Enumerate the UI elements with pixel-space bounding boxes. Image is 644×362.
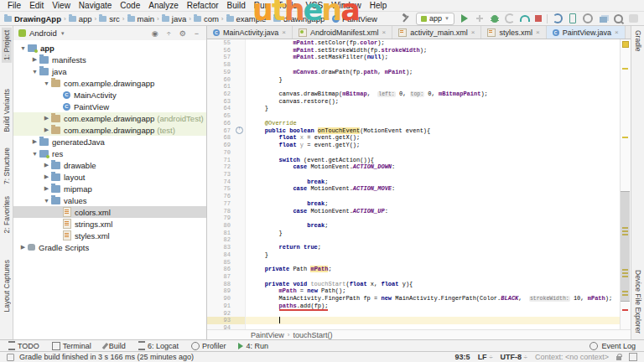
breadcrumb-item[interactable]: DrawingApp bbox=[4, 14, 61, 23]
chevron-right-icon[interactable]: ▶ bbox=[30, 56, 39, 63]
menu-item-navigate[interactable]: Navigate bbox=[75, 1, 116, 10]
run-configuration-selector[interactable]: app ▼ bbox=[416, 13, 454, 25]
editor-tab-mainactivity-java[interactable]: CMainActivity.java× bbox=[207, 26, 293, 39]
indent-widget-icon[interactable] bbox=[629, 353, 637, 361]
tool-strip-button-build-variants[interactable]: Build Variants bbox=[2, 86, 12, 135]
close-icon[interactable]: × bbox=[471, 28, 475, 36]
code-line-59[interactable]: 59 mCanvas.drawPath(fp.path, mPaint); bbox=[207, 69, 620, 76]
code-line-58[interactable]: 58 bbox=[207, 61, 620, 69]
scrollbar-thumb[interactable] bbox=[621, 191, 630, 302]
menu-item-file[interactable]: File bbox=[3, 1, 25, 10]
code-line-67[interactable]: 67↑ public boolean onTouchEvent(MotionEv… bbox=[207, 127, 620, 135]
tree-item-values[interactable]: ▼values bbox=[13, 194, 206, 206]
chevron-down-icon[interactable]: ▼ bbox=[18, 45, 28, 51]
chevron-right-icon[interactable]: ▶ bbox=[42, 185, 51, 192]
status-message[interactable]: Gradle build finished in 3 s 166 ms (25 … bbox=[19, 353, 194, 361]
warning-mark[interactable] bbox=[622, 68, 628, 70]
chevron-right-icon[interactable]: ▶ bbox=[42, 127, 51, 133]
menu-item-refactor[interactable]: Refactor bbox=[183, 1, 223, 10]
tool-strip-button--project[interactable]: 1: Project bbox=[2, 28, 12, 63]
tree-item-mainactivity[interactable]: CMainActivity bbox=[13, 89, 206, 101]
tree-item-layout[interactable]: ▶layout bbox=[13, 171, 206, 183]
chevron-right-icon[interactable]: ▶ bbox=[18, 244, 28, 251]
breadcrumb-item[interactable]: java bbox=[162, 14, 186, 23]
lock-icon[interactable] bbox=[616, 356, 621, 360]
code-line-87[interactable]: 87 bbox=[207, 273, 620, 281]
code-line-55[interactable]: 55 mPaint.setColor(fp.color); bbox=[207, 39, 620, 47]
stop-icon[interactable] bbox=[535, 15, 542, 22]
sync-gradle-icon[interactable] bbox=[553, 13, 563, 23]
tree-item-app[interactable]: ▼app bbox=[13, 42, 206, 54]
locate-file-icon[interactable]: ◉ bbox=[149, 29, 161, 38]
code-line-60[interactable]: 60 } bbox=[207, 76, 620, 84]
close-icon[interactable]: × bbox=[382, 28, 387, 36]
tool-strip-button-gradle[interactable]: Gradle bbox=[633, 28, 643, 54]
menu-item-edit[interactable]: Edit bbox=[25, 1, 48, 10]
build-hammer-icon[interactable] bbox=[401, 13, 411, 23]
code-line-56[interactable]: 56 mPaint.setStrokeWidth(fp.strokeWidth)… bbox=[207, 47, 620, 54]
code-line-70[interactable]: 70 bbox=[207, 149, 620, 157]
debug-icon[interactable] bbox=[490, 13, 500, 23]
breadcrumb-method[interactable]: touchStart() bbox=[293, 331, 333, 339]
chevron-down-icon[interactable]: ▼ bbox=[30, 151, 39, 157]
code-line-66[interactable]: 66 @Override bbox=[207, 120, 620, 127]
menu-item-code[interactable]: Code bbox=[116, 1, 144, 10]
code-line-74[interactable]: 74 break; bbox=[207, 178, 620, 186]
code-line-82[interactable]: 82 bbox=[207, 236, 620, 244]
project-view-selector[interactable]: Android bbox=[29, 28, 57, 38]
code-line-68[interactable]: 68 float x = event.getX(); bbox=[207, 134, 620, 142]
tree-item-styles-xml[interactable]: styles.xml bbox=[13, 230, 206, 241]
tree-item-drawable[interactable]: ▶drawable bbox=[13, 159, 206, 171]
breadcrumb-item[interactable]: main bbox=[127, 14, 155, 23]
code-line-65[interactable]: 65 bbox=[207, 112, 620, 120]
code-line-64[interactable]: 64 } bbox=[207, 105, 620, 112]
account-icon[interactable] bbox=[628, 13, 638, 23]
chevron-right-icon[interactable]: ▶ bbox=[42, 115, 51, 122]
tree-item-mipmap[interactable]: ▶mipmap bbox=[13, 183, 206, 194]
code-line-88[interactable]: 88 private void touchStart(float x, floa… bbox=[207, 281, 620, 288]
tree-item-res[interactable]: ▼res bbox=[13, 147, 206, 159]
tree-item-com-example-drawingapp[interactable]: ▼com.example.drawingapp bbox=[13, 77, 206, 89]
code-line-57[interactable]: 57 mPaint.setMaskFilter(null); bbox=[207, 54, 620, 61]
tool-window-button-4-run[interactable]: 4: Run bbox=[238, 342, 268, 350]
code-line-84[interactable]: 84 } bbox=[207, 251, 620, 259]
settings-gear-icon[interactable]: ⚙ bbox=[177, 29, 189, 38]
editor-tab-activity-main-xml[interactable]: activity_main.xml× bbox=[392, 26, 481, 39]
code-line-63[interactable]: 63 canvas.restore(); bbox=[207, 98, 620, 106]
tool-strip-button--favorites[interactable]: 2: Favorites bbox=[2, 194, 12, 235]
code-line-91[interactable]: 91 paths.add(fp); bbox=[207, 303, 620, 310]
breadcrumb-class[interactable]: PaintView bbox=[251, 331, 284, 339]
editor-tab-androidmanifest-xml[interactable]: AndroidManifest.xml× bbox=[293, 26, 392, 39]
code-line-62[interactable]: 62 canvas.drawBitmap(mBitmap, left: 0, t… bbox=[207, 90, 620, 98]
apply-changes-icon[interactable] bbox=[475, 13, 485, 23]
sdk-manager-icon[interactable] bbox=[583, 13, 593, 23]
search-everywhere-icon[interactable] bbox=[613, 13, 623, 23]
tree-item-generatedjava[interactable]: ▶generatedJava bbox=[13, 136, 206, 147]
close-icon[interactable]: × bbox=[615, 28, 619, 36]
tool-strip-button-device-file-explorer[interactable]: Device File Explorer bbox=[633, 267, 643, 336]
code-line-80[interactable]: 80 break; bbox=[207, 222, 620, 230]
attach-debugger-icon[interactable] bbox=[505, 13, 515, 23]
breadcrumb-item[interactable]: drawingapp bbox=[273, 14, 325, 23]
menu-item-view[interactable]: View bbox=[48, 1, 75, 10]
code-line-90[interactable]: 90 MainActivity.FingerPath fp = new Main… bbox=[207, 295, 620, 303]
code-line-69[interactable]: 69 float y = event.getY(); bbox=[207, 142, 620, 149]
menu-item-analyze[interactable]: Analyze bbox=[144, 1, 183, 10]
device-manager-icon[interactable] bbox=[568, 13, 578, 23]
file-status-indicator[interactable] bbox=[622, 41, 629, 48]
code-line-71[interactable]: 71 switch (event.getAction()){ bbox=[207, 157, 620, 164]
menu-item-build[interactable]: Build bbox=[223, 1, 250, 10]
line-ending-widget[interactable]: LF ÷ bbox=[478, 353, 493, 361]
code-line-76[interactable]: 76 bbox=[207, 193, 620, 200]
tree-item-paintview[interactable]: CPaintView bbox=[13, 101, 206, 112]
event-log-button[interactable]: Event Log bbox=[589, 342, 636, 350]
code-line-86[interactable]: 86 private Path mPath; bbox=[207, 266, 620, 273]
tree-item-strings-xml[interactable]: strings.xml bbox=[13, 218, 206, 230]
code-area[interactable]: 55 mPaint.setColor(fp.color);56 mPaint.s… bbox=[207, 39, 620, 329]
tool-window-button-terminal[interactable]: Terminal bbox=[52, 342, 91, 350]
breadcrumb-item[interactable]: com bbox=[194, 14, 219, 23]
tree-item-com-example-drawingapp[interactable]: ▶com.example.drawingapp(androidTest) bbox=[13, 112, 206, 124]
tool-window-button-profiler[interactable]: Profiler bbox=[191, 342, 226, 350]
chevron-right-icon[interactable]: ▶ bbox=[42, 173, 51, 180]
breadcrumb-item[interactable]: CPaintView bbox=[332, 14, 377, 23]
